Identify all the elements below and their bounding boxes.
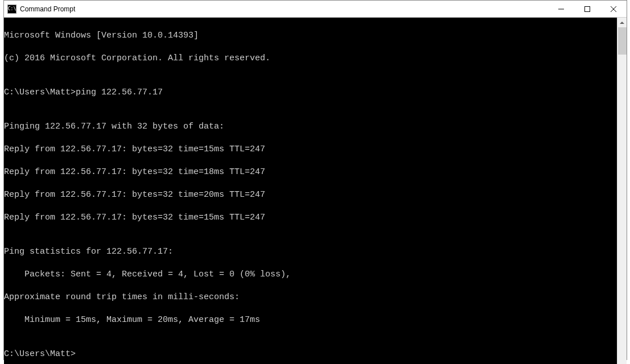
terminal-line: Ping statistics for 122.56.77.17: <box>4 246 617 258</box>
terminal-line: Reply from 122.56.77.17: bytes=32 time=1… <box>4 167 617 178</box>
maximize-icon <box>584 6 590 12</box>
terminal-line: (c) 2016 Microsoft Corporation. All righ… <box>4 53 617 64</box>
chevron-up-icon <box>620 22 624 24</box>
terminal-line: Microsoft Windows [Version 10.0.14393] <box>4 30 617 42</box>
terminal-prompt: C:\Users\Matt> <box>4 349 617 360</box>
terminal-line: Reply from 122.56.77.17: bytes=32 time=2… <box>4 189 617 201</box>
terminal-line: Pinging 122.56.77.17 with 32 bytes of da… <box>4 121 617 133</box>
terminal-line: Reply from 122.56.77.17: bytes=32 time=1… <box>4 144 617 155</box>
terminal-output[interactable]: Microsoft Windows [Version 10.0.14393] (… <box>4 18 617 364</box>
terminal-line: C:\Users\Matt>ping 122.56.77.17 <box>4 87 617 98</box>
window-title: Command Prompt <box>20 5 548 13</box>
command-prompt-window: C:\ Command Prompt Microsoft Windows [Ve… <box>3 0 627 360</box>
scroll-thumb[interactable] <box>618 27 627 55</box>
titlebar[interactable]: C:\ Command Prompt <box>4 1 627 18</box>
terminal-line: Approximate round trip times in milli-se… <box>4 292 617 303</box>
terminal-line: Packets: Sent = 4, Received = 4, Lost = … <box>4 269 617 280</box>
minimize-button[interactable] <box>548 1 574 18</box>
terminal-line: Minimum = 15ms, Maximum = 20ms, Average … <box>4 315 617 326</box>
close-icon <box>611 6 616 12</box>
maximize-button[interactable] <box>574 1 600 18</box>
vertical-scrollbar[interactable] <box>617 18 627 364</box>
cmd-icon: C:\ <box>7 5 17 14</box>
svg-rect-0 <box>585 7 590 12</box>
window-controls <box>548 1 627 17</box>
close-button[interactable] <box>600 1 627 18</box>
minimize-icon <box>558 6 564 12</box>
terminal-line: Reply from 122.56.77.17: bytes=32 time=1… <box>4 212 617 224</box>
content-area: Microsoft Windows [Version 10.0.14393] (… <box>4 18 627 364</box>
scroll-up-button[interactable] <box>617 18 627 27</box>
